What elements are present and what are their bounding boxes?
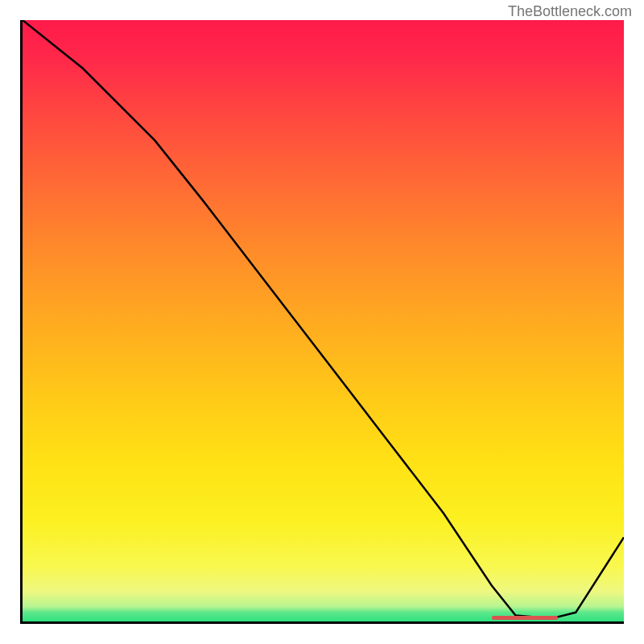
watermark-text: TheBottleneck.com xyxy=(508,3,632,20)
minimum-marker xyxy=(492,616,558,620)
chart-plot-area xyxy=(20,20,624,624)
bottleneck-curve xyxy=(23,20,624,618)
chart-container: TheBottleneck.com xyxy=(0,0,644,644)
curve-svg xyxy=(23,20,624,621)
